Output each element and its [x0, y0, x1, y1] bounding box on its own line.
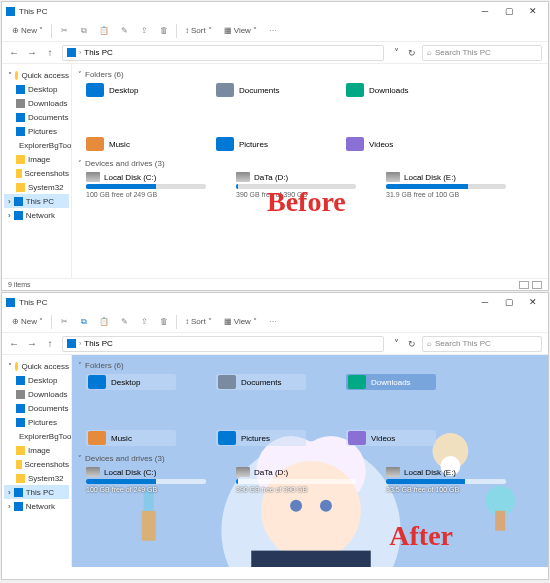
- sidebar-item[interactable]: ExplorerBgTool: [4, 429, 69, 443]
- cut-icon[interactable]: ✂: [56, 314, 72, 330]
- drive-usage-bar: [86, 184, 206, 189]
- drive-item[interactable]: Local Disk (E:)33.5 GB free of 100 GB: [386, 467, 506, 493]
- sidebar-item[interactable]: Screenshots: [4, 166, 69, 180]
- chevron-right-icon: ›: [8, 502, 11, 511]
- section-folders[interactable]: ˅Folders (6): [78, 70, 542, 79]
- up-button[interactable]: ↑: [44, 47, 56, 58]
- sidebar-quick-access[interactable]: ˅Quick access: [4, 68, 69, 82]
- share-icon[interactable]: ⇪: [136, 23, 152, 39]
- close-button[interactable]: ✕: [524, 297, 542, 307]
- folder-icon: [88, 431, 106, 445]
- more-icon[interactable]: ⋯: [265, 314, 281, 330]
- folder-icon: [86, 137, 104, 151]
- minimize-button[interactable]: ─: [476, 6, 494, 16]
- forward-button[interactable]: →: [26, 338, 38, 349]
- sidebar-item[interactable]: Desktop: [4, 82, 69, 96]
- sidebar-item[interactable]: Downloads: [4, 96, 69, 110]
- close-button[interactable]: ✕: [524, 6, 542, 16]
- section-folders[interactable]: ˅Folders (6): [78, 361, 542, 370]
- sidebar-item[interactable]: ExplorerBgTool: [4, 138, 69, 152]
- sidebar-item[interactable]: Pictures: [4, 415, 69, 429]
- new-button[interactable]: ⊕ New ˅: [8, 315, 47, 328]
- paste-icon[interactable]: 📋: [96, 23, 112, 39]
- ribbon: ⊕ New ˅ ✂ ⧉ 📋 ✎ ⇪ 🗑 ↕ Sort ˅ ▦ View ˅ ⋯: [2, 20, 548, 42]
- sort-button[interactable]: ↕ Sort ˅: [181, 315, 216, 328]
- folder-item[interactable]: Videos: [346, 137, 436, 151]
- sort-button[interactable]: ↕ Sort ˅: [181, 24, 216, 37]
- copy-icon[interactable]: ⧉: [76, 23, 92, 39]
- section-drives[interactable]: ˅Devices and drives (3): [78, 159, 542, 168]
- path-segment[interactable]: This PC: [84, 48, 112, 57]
- section-drives[interactable]: ˅Devices and drives (3): [78, 454, 542, 463]
- path-segment[interactable]: This PC: [84, 339, 112, 348]
- paste-icon[interactable]: 📋: [96, 314, 112, 330]
- folder-item[interactable]: Music: [86, 137, 176, 151]
- rename-icon[interactable]: ✎: [116, 314, 132, 330]
- more-icon[interactable]: ⋯: [265, 23, 281, 39]
- path-field[interactable]: › This PC: [62, 45, 384, 61]
- delete-icon[interactable]: 🗑: [156, 23, 172, 39]
- search-input[interactable]: ⌕ Search This PC: [422, 45, 542, 61]
- back-button[interactable]: ←: [8, 47, 20, 58]
- folder-item[interactable]: Music: [86, 430, 176, 446]
- refresh-button[interactable]: ↻: [408, 48, 416, 58]
- rename-icon[interactable]: ✎: [116, 23, 132, 39]
- sidebar-this-pc[interactable]: ›This PC: [4, 485, 69, 499]
- folder-item[interactable]: Documents: [216, 374, 306, 390]
- folder-label: Desktop: [109, 86, 138, 95]
- drive-item[interactable]: DaTa (D:)390 GB free of 390 GB: [236, 467, 356, 493]
- up-button[interactable]: ↑: [44, 338, 56, 349]
- drive-item[interactable]: Local Disk (C:)100 GB free of 249 GB: [86, 467, 206, 493]
- sidebar-item[interactable]: Desktop: [4, 373, 69, 387]
- drive-info: 33.5 GB free of 100 GB: [386, 486, 506, 493]
- delete-icon[interactable]: 🗑: [156, 314, 172, 330]
- share-icon[interactable]: ⇪: [136, 314, 152, 330]
- sidebar-network[interactable]: ›Network: [4, 208, 69, 222]
- sidebar-this-pc[interactable]: ›This PC: [4, 194, 69, 208]
- view-button[interactable]: ▦ View ˅: [220, 24, 261, 37]
- folder-item[interactable]: Downloads: [346, 83, 436, 97]
- path-field[interactable]: › This PC: [62, 336, 384, 352]
- minimize-button[interactable]: ─: [476, 297, 494, 307]
- drive-usage-bar: [236, 479, 356, 484]
- pc-icon: [6, 298, 15, 307]
- sidebar-item[interactable]: System32: [4, 180, 69, 194]
- sidebar-item[interactable]: Downloads: [4, 387, 69, 401]
- back-button[interactable]: ←: [8, 338, 20, 349]
- search-input[interactable]: ⌕ Search This PC: [422, 336, 542, 352]
- chevron-down-icon: ˅: [78, 71, 82, 79]
- folder-item[interactable]: Pictures: [216, 137, 306, 151]
- copy-icon[interactable]: ⧉: [76, 314, 92, 330]
- sidebar-item[interactable]: Documents: [4, 401, 69, 415]
- sidebar-item[interactable]: Image: [4, 443, 69, 457]
- sidebar-item[interactable]: System32: [4, 471, 69, 485]
- view-button[interactable]: ▦ View ˅: [220, 315, 261, 328]
- sidebar-item[interactable]: Pictures: [4, 124, 69, 138]
- folder-item[interactable]: Videos: [346, 430, 436, 446]
- folder-item[interactable]: Pictures: [216, 430, 306, 446]
- drive-item[interactable]: Local Disk (C:)100 GB free of 249 GB: [86, 172, 206, 198]
- cut-icon[interactable]: ✂: [56, 23, 72, 39]
- folder-item[interactable]: Desktop: [86, 83, 176, 97]
- thumbnails-view-icon[interactable]: [532, 281, 542, 289]
- sidebar-quick-access[interactable]: ˅Quick access: [4, 359, 69, 373]
- maximize-button[interactable]: ▢: [500, 6, 518, 16]
- folder-item[interactable]: Documents: [216, 83, 306, 97]
- new-button[interactable]: ⊕ New ˅: [8, 24, 47, 37]
- refresh-button[interactable]: ↻: [408, 339, 416, 349]
- drive-item[interactable]: Local Disk (E:)31.9 GB free of 100 GB: [386, 172, 506, 198]
- sidebar-item[interactable]: Screenshots: [4, 457, 69, 471]
- sidebar-item[interactable]: Documents: [4, 110, 69, 124]
- details-view-icon[interactable]: [519, 281, 529, 289]
- folder-item[interactable]: Desktop: [86, 374, 176, 390]
- dropdown-icon[interactable]: ˅: [390, 47, 402, 58]
- dropdown-icon[interactable]: ˅: [390, 338, 402, 349]
- drive-info: 100 GB free of 249 GB: [86, 191, 206, 198]
- drive-info: 31.9 GB free of 100 GB: [386, 191, 506, 198]
- forward-button[interactable]: →: [26, 47, 38, 58]
- sidebar-network[interactable]: ›Network: [4, 499, 69, 513]
- folder-item[interactable]: Downloads: [346, 374, 436, 390]
- maximize-button[interactable]: ▢: [500, 297, 518, 307]
- sidebar-item[interactable]: Image: [4, 152, 69, 166]
- drive-name: Local Disk (C:): [104, 468, 156, 477]
